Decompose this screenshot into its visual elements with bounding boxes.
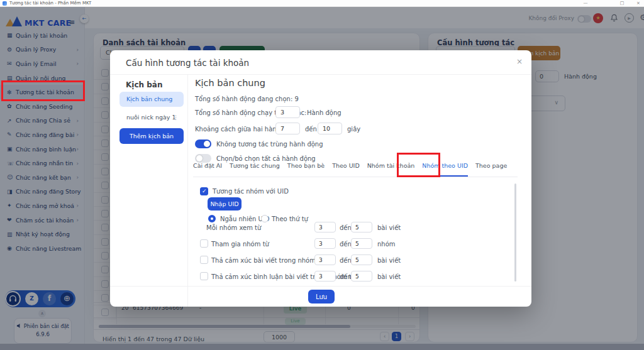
toggle-knob [196, 155, 203, 161]
maximize-button[interactable]: □ [616, 0, 628, 6]
general-scenario-heading: Kịch bản chung [195, 78, 265, 88]
divider [110, 74, 531, 75]
annotation-box-sidebar-item [1, 80, 85, 101]
add-scenario-button[interactable]: Thêm kịch bản [119, 128, 184, 144]
posts-per-group-to-input[interactable] [351, 222, 372, 232]
unit-label: bài viết [377, 273, 401, 280]
toggle-knob [204, 141, 210, 147]
join-groups-to-input[interactable] [351, 238, 372, 249]
interact-group-uid-checkbox[interactable] [200, 187, 208, 195]
react-comments-checkbox[interactable] [200, 272, 208, 280]
den-label: đến [340, 224, 352, 231]
no-duplicate-actions-toggle[interactable] [195, 139, 211, 148]
random-uid-radio[interactable] [208, 215, 216, 222]
den-label: đến [340, 273, 352, 280]
app-icon [3, 1, 7, 6]
interact-group-uid-label: Tương tác nhóm với UID [213, 188, 289, 195]
select-all-actions-label: Chọn/bỏ chọn tất cả hành động [216, 155, 316, 162]
window-titlebar: Tương tác tài khoản - Phần Mềm MKT — □ × [0, 0, 644, 7]
selected-actions-info: Tổng số hành động đang chọn: 9 [195, 96, 299, 102]
no-duplicate-actions-label: Không tương tác trùng hành động [216, 141, 323, 148]
join-groups-checkbox[interactable] [200, 239, 208, 248]
unit-label: bài viết [377, 257, 401, 264]
modal-title: Cấu hình tương tác tài khoản [126, 58, 249, 68]
gap-unit: giây [347, 126, 360, 133]
react-posts-checkbox[interactable] [200, 256, 208, 264]
enter-uid-button[interactable]: Nhập UID [208, 197, 242, 211]
close-modal-icon[interactable]: × [514, 57, 525, 66]
annotation-box-tab [397, 153, 440, 177]
screen: Tương tác tài khoản - Phần Mềm MKT — □ ×… [0, 0, 644, 350]
in-order-radio[interactable] [261, 215, 269, 222]
tab-tuong-tac-chung[interactable]: Tương tác chung [230, 162, 280, 177]
minimize-button[interactable]: — [580, 0, 591, 6]
total-actions-unit: Hành động [307, 109, 341, 116]
interaction-config-modal: Cấu hình tương tác tài khoản × Kịch bản … [110, 50, 531, 307]
den-label: đến [340, 241, 352, 248]
scenario-heading: Kịch bản [126, 80, 162, 89]
react-posts-label: Thả cảm xúc bài viết trong nhóm từ [211, 257, 324, 264]
more-options-icon[interactable]: ⋮ [173, 110, 179, 125]
unit-label: bài viết [377, 224, 401, 231]
join-groups-from-input[interactable] [314, 238, 336, 249]
total-actions-input[interactable] [275, 106, 300, 118]
in-order-label: Theo thứ tự [272, 216, 308, 222]
posts-per-group-from-input[interactable] [314, 222, 336, 232]
window-title: Tương tác tài khoản - Phần Mềm MKT [9, 1, 91, 6]
close-window-button[interactable]: × [633, 0, 644, 6]
divider [110, 286, 531, 287]
tab-theo-uid[interactable]: Theo UID [332, 162, 360, 177]
divider [187, 75, 188, 307]
scenario-item-selected[interactable]: Kịch bản chung [119, 92, 184, 107]
gap-den-label: đến [305, 126, 317, 133]
den-label: đến [340, 257, 352, 264]
select-all-actions-toggle[interactable] [195, 154, 211, 163]
posts-per-group-label: Mỗi nhóm xem từ [206, 224, 261, 231]
scenario-item[interactable]: nuôi nick ngày 1⋮ [119, 110, 184, 125]
react-comments-from-input[interactable] [314, 271, 336, 282]
gap-to-input[interactable] [318, 123, 342, 134]
tab-theo-ban-be[interactable]: Theo bạn bè [287, 162, 325, 177]
gap-from-input[interactable] [275, 123, 300, 134]
react-comments-to-input[interactable] [351, 271, 372, 282]
react-posts-from-input[interactable] [314, 254, 336, 265]
tab-cai-dat-ai[interactable]: Cài đặt AI [193, 162, 222, 177]
modal-tabs: Cài đặt AI Tương tác chung Theo bạn bè T… [193, 162, 518, 177]
join-groups-label: Tham gia nhóm từ [211, 241, 269, 248]
react-posts-to-input[interactable] [351, 254, 372, 265]
tab-theo-page[interactable]: Theo page [475, 162, 507, 177]
modal-scrollbar[interactable] [514, 183, 516, 282]
save-button[interactable]: Lưu [308, 290, 335, 304]
unit-label: nhóm [377, 241, 396, 248]
